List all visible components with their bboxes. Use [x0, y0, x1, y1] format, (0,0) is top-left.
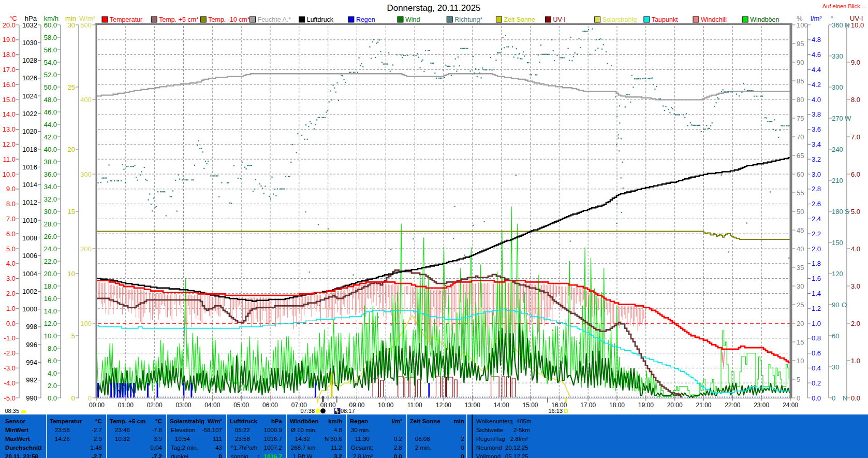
svg-text:Auf einen Blick ...: Auf einen Blick ... [822, 3, 866, 9]
svg-text:18.0: 18.0 [44, 282, 57, 290]
svg-text:36.0: 36.0 [44, 170, 57, 178]
svg-text:1 Bft W: 1 Bft W [293, 453, 313, 458]
svg-text:Regen: Regen [350, 418, 368, 424]
svg-text:210: 210 [832, 177, 843, 184]
svg-text:15: 15 [797, 338, 804, 346]
svg-text:95: 95 [797, 40, 804, 48]
svg-text:-2.7: -2.7 [92, 453, 102, 458]
svg-text:80: 80 [797, 96, 804, 104]
svg-text:9.0: 9.0 [6, 185, 16, 193]
svg-text:10:54: 10:54 [175, 436, 190, 442]
svg-text:Temperatur: Temperatur [110, 16, 142, 23]
svg-text:16.0: 16.0 [44, 295, 57, 303]
svg-text:10.0: 10.0 [3, 170, 16, 178]
svg-text:km/h: km/h [328, 418, 342, 424]
svg-text:-2.7: -2.7 [92, 427, 102, 433]
svg-text:11:30: 11:30 [355, 436, 370, 442]
svg-text:20: 20 [68, 146, 75, 153]
svg-text:3.2: 3.2 [334, 453, 342, 458]
svg-text:O: O [842, 301, 847, 309]
svg-text:Wolkenunterg: Wolkenunterg [476, 418, 513, 424]
svg-text:08:08: 08:08 [415, 436, 430, 442]
svg-text:Windböen: Windböen [290, 418, 318, 424]
svg-text:25: 25 [68, 83, 75, 91]
svg-text:Solarstrahlg: Solarstrahlg [602, 16, 637, 23]
svg-text:0: 0 [461, 445, 464, 451]
svg-text:330: 330 [832, 52, 843, 60]
svg-text:30 min.: 30 min. [351, 427, 371, 433]
svg-text:16.0: 16.0 [3, 81, 16, 89]
svg-text:8.0: 8.0 [6, 200, 16, 208]
svg-text:07:38: 07:38 [300, 408, 315, 414]
svg-text:-2.0: -2.0 [4, 349, 16, 357]
svg-text:22:00: 22:00 [725, 402, 740, 409]
svg-text:10:32: 10:32 [115, 436, 130, 442]
svg-text:MaxWert: MaxWert [5, 436, 30, 442]
svg-text:Regen/Tag: Regen/Tag [476, 436, 505, 442]
svg-text:W/m²: W/m² [79, 15, 96, 22]
svg-text:9.0: 9.0 [851, 59, 860, 66]
svg-text:Zeit Sonne: Zeit Sonne [410, 418, 440, 424]
svg-text:13.0: 13.0 [3, 125, 16, 133]
svg-text:2.9: 2.9 [94, 436, 102, 442]
svg-text:50.0: 50.0 [44, 83, 57, 91]
svg-text:85: 85 [797, 77, 804, 85]
svg-text:22.0: 22.0 [44, 257, 57, 265]
svg-text:min: min [65, 15, 76, 22]
svg-text:48.0: 48.0 [44, 96, 57, 104]
svg-text:14.0: 14.0 [3, 110, 16, 118]
svg-text:300: 300 [832, 83, 843, 91]
svg-text:3.2: 3.2 [812, 155, 821, 163]
svg-text:17:00: 17:00 [580, 402, 596, 409]
svg-text:15: 15 [68, 208, 75, 216]
svg-text:km/h: km/h [44, 15, 58, 22]
svg-text:1.8: 1.8 [812, 260, 821, 267]
svg-text:^1.7hPa/h: ^1.7hPa/h [231, 445, 257, 451]
svg-text:15.0: 15.0 [3, 96, 16, 104]
svg-text:10.0: 10.0 [44, 332, 57, 340]
svg-text:°C: °C [95, 418, 102, 424]
svg-text:1012: 1012 [22, 198, 37, 206]
svg-text:Regen: Regen [356, 16, 375, 23]
svg-text:1000.9: 1000.9 [264, 427, 282, 433]
svg-text:-4.0: -4.0 [4, 379, 16, 387]
svg-text:7.0: 7.0 [6, 215, 16, 223]
svg-text:30: 30 [832, 363, 839, 371]
svg-text:996: 996 [26, 341, 37, 349]
svg-text:120: 120 [832, 270, 843, 278]
svg-text:5.0: 5.0 [851, 208, 860, 216]
svg-text:W/m²: W/m² [208, 418, 222, 424]
svg-text:4.4: 4.4 [812, 66, 821, 74]
svg-text:43: 43 [215, 445, 222, 451]
svg-text:2.8: 2.8 [394, 445, 402, 451]
svg-text:4.0: 4.0 [851, 245, 860, 253]
svg-text:5: 5 [797, 376, 800, 383]
svg-text:↑: ↑ [257, 453, 260, 458]
svg-text:%: % [797, 15, 803, 22]
svg-text:Luftdruck: Luftdruck [230, 418, 258, 424]
svg-text:6.0: 6.0 [48, 357, 57, 365]
svg-text:°C: °C [9, 15, 17, 22]
svg-text:13:00: 13:00 [465, 402, 480, 409]
svg-text:10:00: 10:00 [378, 402, 393, 409]
svg-text:90: 90 [797, 59, 804, 66]
svg-text:24.0: 24.0 [44, 245, 57, 253]
svg-text:3.6: 3.6 [812, 125, 821, 133]
svg-text:200: 200 [80, 245, 92, 253]
svg-text:23:58: 23:58 [55, 427, 70, 433]
svg-text:405m: 405m [517, 418, 532, 424]
svg-text:1.0: 1.0 [812, 320, 821, 327]
svg-text:19:00: 19:00 [638, 402, 654, 409]
svg-text:16:13: 16:13 [548, 408, 563, 414]
svg-text:Sichtweite: Sichtweite [476, 427, 503, 433]
svg-text:17.0: 17.0 [3, 66, 16, 74]
svg-text:2.8: 2.8 [812, 185, 821, 193]
svg-text:11.0: 11.0 [3, 155, 16, 163]
svg-text:19.0: 19.0 [3, 36, 16, 44]
svg-text:20.0: 20.0 [44, 270, 57, 278]
svg-text:20.12.25: 20.12.25 [505, 445, 528, 451]
svg-text:0.8: 0.8 [812, 334, 821, 342]
svg-text:45: 45 [797, 226, 804, 234]
svg-text:4.0: 4.0 [812, 96, 821, 104]
svg-text:MinWert: MinWert [5, 427, 28, 433]
